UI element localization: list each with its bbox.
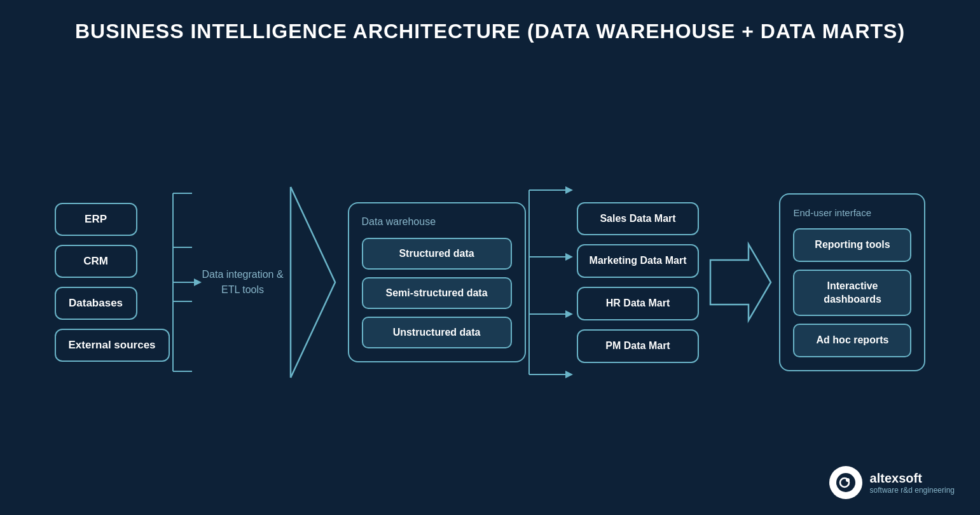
big-chevron-arrow <box>284 174 348 390</box>
reporting-tools-box: Reporting tools <box>793 228 911 262</box>
sources-column: ERP CRM Databases External sources <box>55 203 170 362</box>
main-flow: ERP CRM Databases External sources Data … <box>25 62 955 502</box>
adhoc-reports-box: Ad hoc reports <box>793 324 911 357</box>
source-crm: CRM <box>55 245 137 278</box>
hr-datamart: HR Data Mart <box>577 287 700 320</box>
logo-icon <box>829 466 862 499</box>
interactive-dashboards-box: Interactive dashboards <box>793 270 911 317</box>
logo-name: altexsoft <box>870 471 955 486</box>
marketing-datamart: Marketing Data Mart <box>577 244 700 278</box>
svg-marker-6 <box>194 278 202 286</box>
logo-area: altexsoft software r&d engineering <box>829 466 955 499</box>
page-title: BUSINESS INTELLIGENCE ARCHITECTURE (DATA… <box>75 19 905 43</box>
wh-dm-connectors-svg <box>526 165 577 400</box>
svg-point-20 <box>846 478 850 482</box>
etl-text: Data integration &ETL tools <box>202 269 284 295</box>
svg-point-18 <box>836 473 855 492</box>
warehouse-container: Data warehouse Structured data Semi-stru… <box>348 202 526 362</box>
source-erp: ERP <box>55 203 137 236</box>
svg-marker-14 <box>565 310 573 318</box>
fat-arrow-svg <box>704 238 774 327</box>
enduser-container: End-user interface Reporting tools Inter… <box>779 193 925 371</box>
sales-datamart: Sales Data Mart <box>577 202 700 236</box>
logo-tagline: software r&d engineering <box>870 486 955 495</box>
datamarts-column: Sales Data Mart Marketing Data Mart HR D… <box>577 202 700 363</box>
source-databases: Databases <box>55 287 137 320</box>
logo-text-area: altexsoft software r&d engineering <box>870 471 955 495</box>
pm-datamart: PM Data Mart <box>577 329 700 363</box>
structured-data-box: Structured data <box>362 238 512 270</box>
source-external: External sources <box>55 329 170 362</box>
svg-marker-10 <box>565 186 573 194</box>
diagram-container: BUSINESS INTELLIGENCE ARCHITECTURE (DATA… <box>0 0 980 515</box>
semi-structured-data-box: Semi-structured data <box>362 277 512 309</box>
etl-label: Data integration &ETL tools <box>202 267 284 298</box>
warehouse-label: Data warehouse <box>362 216 512 228</box>
altexsoft-icon <box>836 472 856 493</box>
enduser-label: End-user interface <box>793 207 911 218</box>
svg-marker-17 <box>710 244 771 320</box>
svg-marker-16 <box>565 371 573 378</box>
svg-marker-12 <box>565 253 573 261</box>
unstructured-data-box: Unstructured data <box>362 317 512 348</box>
sources-bracket-svg <box>170 174 202 390</box>
